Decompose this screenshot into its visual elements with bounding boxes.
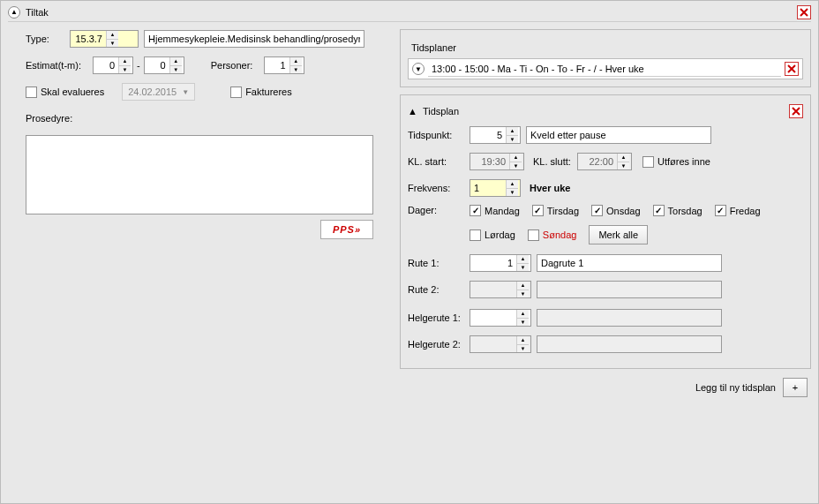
collapse-toggle-icon[interactable]: ▲	[8, 6, 20, 19]
frekvens-label: Frekvens:	[408, 183, 470, 193]
type-value-input[interactable]	[71, 31, 106, 47]
rute2-desc-input[interactable]	[537, 281, 722, 298]
rute1-input[interactable]	[470, 255, 516, 271]
spin-up-icon[interactable]: ▲	[510, 154, 522, 162]
skal-evalueres-label: Skal evalueres	[41, 87, 104, 97]
rute1-label: Rute 1:	[408, 258, 470, 268]
klslutt-input[interactable]	[578, 154, 617, 169]
schedule-summary-text: 13:00 - 15:00 - Ma - Ti - On - To - Fr -…	[428, 62, 781, 77]
spin-down-icon[interactable]: ▼	[517, 319, 529, 327]
type-desc-input[interactable]	[144, 30, 364, 48]
rute2-input[interactable]	[470, 282, 516, 297]
day-torsdag-checkbox[interactable]: Torsdag	[653, 205, 703, 216]
rute1-desc-input[interactable]	[537, 254, 722, 272]
spin-down-icon[interactable]: ▼	[290, 66, 302, 74]
estimat-m-input[interactable]	[145, 57, 169, 73]
spin-down-icon[interactable]: ▼	[517, 290, 529, 298]
estimat-h-spinner[interactable]: ▲▼	[93, 56, 133, 74]
tiltak-panel: ▲ Tiltak Type: ▲▼ Estimat(t-m): ▲▼	[0, 0, 819, 504]
schedule-summary-row: ▼ 13:00 - 15:00 - Ma - Ti - On - To - Fr…	[408, 58, 803, 79]
spin-down-icon[interactable]: ▼	[510, 162, 522, 170]
tidspunkt-label: Tidspunkt:	[408, 130, 470, 140]
klstart-input[interactable]	[470, 154, 509, 169]
estimat-h-input[interactable]	[94, 57, 118, 73]
tidsplaner-title: Tidsplaner	[408, 42, 460, 53]
personer-spinner[interactable]: ▲▼	[264, 56, 304, 74]
helgerute2-desc-input[interactable]	[537, 335, 722, 353]
spin-up-icon[interactable]: ▲	[170, 57, 182, 66]
spin-down-icon[interactable]: ▼	[618, 162, 629, 170]
tidspunkt-desc-input[interactable]	[526, 126, 711, 144]
left-column: Type: ▲▼ Estimat(t-m): ▲▼ - ▲▼	[8, 29, 387, 397]
prosedyre-label: Prosedyre:	[26, 113, 72, 124]
utfores-inne-checkbox[interactable]: Utføres inne	[642, 156, 710, 168]
close-tidsplan-icon[interactable]	[789, 104, 803, 118]
helgerute1-input[interactable]	[470, 310, 516, 326]
helgerute1-label: Helgerute 1:	[408, 312, 470, 323]
personer-input[interactable]	[265, 57, 289, 73]
klslutt-spinner[interactable]: ▲▼	[577, 153, 632, 170]
estimat-m-spinner[interactable]: ▲▼	[144, 56, 184, 74]
spin-down-icon[interactable]: ▼	[170, 66, 182, 74]
close-icon[interactable]	[797, 5, 811, 19]
rute2-spinner[interactable]: ▲▼	[470, 281, 531, 298]
spin-up-icon[interactable]: ▲	[119, 57, 131, 66]
delete-schedule-icon[interactable]	[785, 62, 799, 76]
day-tirsdag-checkbox[interactable]: Tirsdag	[532, 205, 579, 216]
prosedyre-textarea[interactable]	[26, 135, 373, 214]
day-fredag-checkbox[interactable]: Fredag	[715, 205, 761, 216]
frekvens-spinner[interactable]: ▲▼	[470, 179, 521, 197]
collapse-toggle-icon[interactable]: ▲	[408, 106, 417, 117]
spin-down-icon[interactable]: ▼	[107, 40, 118, 48]
right-column: Tidsplaner ▼ 13:00 - 15:00 - Ma - Ti - O…	[400, 29, 811, 397]
footer-row: Legg til ny tidsplan +	[400, 378, 811, 397]
rute1-spinner[interactable]: ▲▼	[470, 254, 531, 272]
legg-til-label: Legg til ny tidsplan	[695, 382, 776, 393]
add-tidsplan-button[interactable]: +	[783, 378, 808, 397]
dager-label: Dager:	[408, 205, 470, 215]
tidsplaner-group: Tidsplaner ▼ 13:00 - 15:00 - Ma - Ti - O…	[400, 29, 811, 87]
skal-evalueres-checkbox[interactable]: Skal evalueres	[26, 87, 104, 98]
chevron-down-icon: ▼	[182, 88, 189, 96]
spin-down-icon[interactable]: ▼	[517, 264, 529, 272]
tidspunkt-input[interactable]	[470, 127, 506, 143]
spin-up-icon[interactable]: ▲	[107, 31, 118, 40]
spin-down-icon[interactable]: ▼	[517, 345, 529, 353]
spin-up-icon[interactable]: ▲	[507, 127, 518, 136]
spin-up-icon[interactable]: ▲	[517, 255, 529, 264]
spin-up-icon[interactable]: ▲	[507, 180, 518, 189]
spin-up-icon[interactable]: ▲	[517, 336, 529, 345]
rute2-label: Rute 2:	[408, 284, 470, 295]
helgerute2-input[interactable]	[470, 336, 516, 352]
utfores-inne-label: Utføres inne	[657, 156, 710, 167]
estimat-label: Estimat(t-m):	[26, 60, 93, 71]
spin-up-icon[interactable]: ▲	[290, 57, 302, 66]
helgerute2-spinner[interactable]: ▲▼	[470, 335, 531, 353]
spin-down-icon[interactable]: ▼	[507, 136, 518, 144]
day-mandag-checkbox[interactable]: Mandag	[470, 205, 520, 216]
spin-up-icon[interactable]: ▲	[618, 154, 629, 162]
helgerute1-spinner[interactable]: ▲▼	[470, 309, 531, 327]
day-lordag-checkbox[interactable]: Lørdag	[470, 229, 515, 241]
day-onsdag-checkbox[interactable]: Onsdag	[591, 205, 641, 216]
frekvens-input[interactable]	[470, 180, 506, 196]
tidsplan-title: Tidsplan	[423, 106, 789, 117]
spin-down-icon[interactable]: ▼	[507, 189, 518, 197]
klstart-spinner[interactable]: ▲▼	[470, 153, 524, 170]
klstart-label: KL. start:	[408, 156, 470, 167]
day-sondag-checkbox[interactable]: Søndag	[528, 229, 577, 241]
frekvens-desc: Hver uke	[530, 183, 570, 193]
merk-alle-button[interactable]: Merk alle	[589, 225, 648, 244]
expand-toggle-icon[interactable]: ▼	[412, 63, 425, 75]
helgerute2-label: Helgerute 2:	[408, 339, 470, 350]
type-spinner[interactable]: ▲▼	[70, 30, 139, 48]
helgerute1-desc-input[interactable]	[537, 309, 722, 327]
pps-button[interactable]: PPS»	[320, 220, 373, 239]
spin-up-icon[interactable]: ▲	[517, 282, 529, 290]
type-label: Type:	[26, 34, 70, 44]
spin-down-icon[interactable]: ▼	[119, 66, 131, 74]
tidspunkt-spinner[interactable]: ▲▼	[470, 126, 521, 144]
faktureres-checkbox[interactable]: Faktureres	[230, 87, 292, 98]
dash: -	[133, 60, 144, 71]
spin-up-icon[interactable]: ▲	[517, 310, 529, 319]
